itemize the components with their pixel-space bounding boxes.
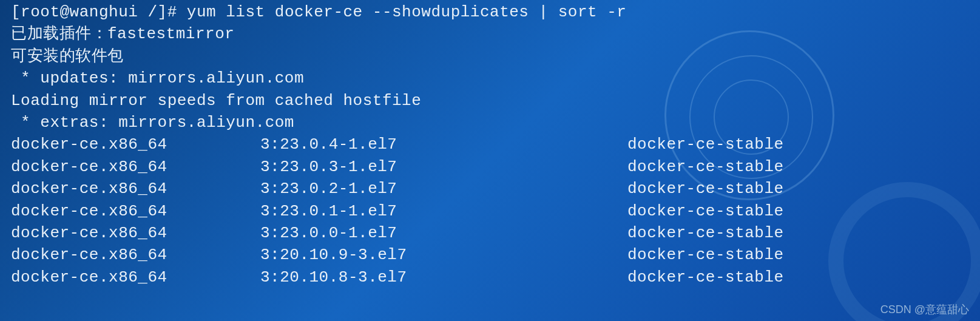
package-name: docker-ce.x86_64 (11, 178, 260, 200)
package-version: 3:23.0.1-1.el7 (260, 200, 627, 222)
package-row: docker-ce.x86_64 3:23.0.3-1.el7 docker-c… (11, 156, 969, 178)
command-line: [root@wanghui /]# yum list docker-ce --s… (11, 1, 969, 23)
package-repo: docker-ce-stable (627, 178, 969, 200)
package-repo: docker-ce-stable (627, 156, 969, 178)
package-name: docker-ce.x86_64 (11, 244, 260, 266)
terminal-output: [root@wanghui /]# yum list docker-ce --s… (11, 1, 969, 288)
package-name: docker-ce.x86_64 (11, 133, 260, 155)
package-row: docker-ce.x86_64 3:23.0.0-1.el7 docker-c… (11, 222, 969, 244)
shell-prompt: [root@wanghui /]# (11, 3, 187, 21)
plugins-line: 已加载插件：fastestmirror (11, 23, 969, 45)
package-version: 3:20.10.8-3.el7 (260, 266, 627, 288)
package-repo: docker-ce-stable (627, 200, 969, 222)
package-name: docker-ce.x86_64 (11, 200, 260, 222)
package-row: docker-ce.x86_64 3:23.0.1-1.el7 docker-c… (11, 200, 969, 222)
installable-line: 可安装的软件包 (11, 46, 969, 67)
package-repo: docker-ce-stable (627, 266, 969, 288)
package-row: docker-ce.x86_64 3:23.0.4-1.el7 docker-c… (11, 133, 969, 155)
package-name: docker-ce.x86_64 (11, 266, 260, 288)
package-row: docker-ce.x86_64 3:23.0.2-1.el7 docker-c… (11, 178, 969, 200)
loading-line: Loading mirror speeds from cached hostfi… (11, 90, 969, 112)
package-version: 3:23.0.4-1.el7 (260, 133, 627, 155)
package-version: 3:20.10.9-3.el7 (260, 244, 627, 266)
command-text: yum list docker-ce --showduplicates | so… (187, 3, 627, 21)
package-name: docker-ce.x86_64 (11, 156, 260, 178)
package-version: 3:23.0.3-1.el7 (260, 156, 627, 178)
package-version: 3:23.0.0-1.el7 (260, 222, 627, 244)
updates-mirror-line: * updates: mirrors.aliyun.com (11, 67, 969, 89)
package-repo: docker-ce-stable (627, 244, 969, 266)
package-repo: docker-ce-stable (627, 222, 969, 244)
package-version: 3:23.0.2-1.el7 (260, 178, 627, 200)
package-row: docker-ce.x86_64 3:20.10.8-3.el7 docker-… (11, 266, 969, 288)
package-repo: docker-ce-stable (627, 133, 969, 155)
package-name: docker-ce.x86_64 (11, 222, 260, 244)
extras-mirror-line: * extras: mirrors.aliyun.com (11, 112, 969, 133)
package-row: docker-ce.x86_64 3:20.10.9-3.el7 docker-… (11, 244, 969, 266)
watermark-text: CSDN @意蕴甜心 (880, 302, 969, 317)
